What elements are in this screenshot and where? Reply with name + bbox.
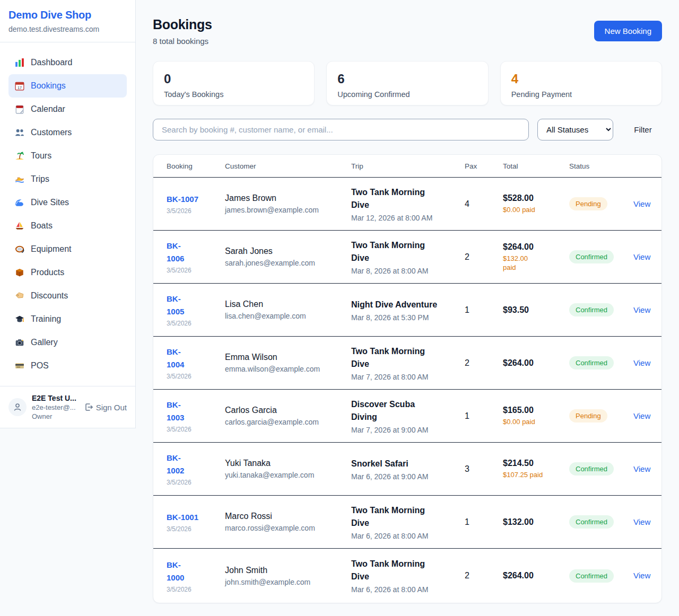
column-header-customer: Customer — [225, 162, 351, 170]
page-header: Bookings 8 total bookings New Booking — [153, 17, 662, 46]
table-header-row: Booking Customer Trip Pax Total Status — [153, 155, 661, 178]
sidebar-item-products[interactable]: Products — [8, 261, 127, 284]
actions-cell: View — [633, 517, 661, 527]
page-title-block: Bookings 8 total bookings — [153, 17, 212, 46]
view-link[interactable]: View — [633, 252, 650, 261]
sidebar-item-label: Bookings — [31, 81, 66, 91]
sidebar-item-label: Calendar — [31, 104, 65, 114]
sidebar-item-discounts[interactable]: Discounts — [8, 284, 127, 307]
trip-datetime: Mar 8, 2026 at 8:00 AM — [351, 267, 465, 275]
tag-icon — [15, 291, 24, 301]
pax-value: 1 — [465, 517, 503, 527]
status-badge: Confirmed — [569, 515, 614, 529]
view-link[interactable]: View — [633, 358, 650, 367]
sidebar-item-calendar[interactable]: Calendar — [8, 98, 127, 121]
total-cell: $132.00 — [503, 517, 569, 527]
sidebar-item-dashboard[interactable]: Dashboard — [8, 51, 127, 74]
sidebar-item-label: Discounts — [31, 291, 68, 301]
filter-button[interactable]: Filter — [624, 125, 662, 134]
main-content: Bookings 8 total bookings New Booking 0 … — [136, 0, 679, 603]
speedboat-icon — [15, 174, 24, 184]
sidebar-item-label: Equipment — [31, 244, 72, 254]
booking-id-link[interactable]: BK- 1006 — [167, 240, 225, 265]
booking-id-link[interactable]: BK- 1004 — [167, 346, 225, 371]
customer-cell: Sarah Jones sarah.jones@example.com — [225, 247, 351, 267]
view-link[interactable]: View — [633, 199, 650, 208]
booking-id-link[interactable]: BK-1001 — [167, 511, 225, 524]
trip-cell: Two Tank Morning Dive Mar 6, 2026 at 8:0… — [351, 504, 465, 540]
status-cell: Pending — [569, 409, 633, 423]
person-icon — [13, 402, 22, 412]
customer-cell: Yuki Tanaka yuki.tanaka@example.com — [225, 459, 351, 479]
island-icon — [15, 151, 24, 161]
sidebar-footer: E2E Test U... e2e-tester@... Owner Sign … — [0, 386, 135, 428]
sidebar-item-label: Products — [31, 268, 64, 277]
sidebar-nav: Dashboard 17 Bookings Calendar Customers… — [0, 42, 135, 386]
total-cell: $264.00 — [503, 358, 569, 368]
column-header-status: Status — [569, 162, 633, 170]
view-link[interactable]: View — [633, 517, 650, 526]
sidebar-item-gallery[interactable]: Gallery — [8, 331, 127, 354]
sidebar-item-pos[interactable]: POS — [8, 354, 127, 377]
booking-id-link[interactable]: BK- 1002 — [167, 452, 225, 477]
customer-name: Lisa Chen — [225, 300, 351, 309]
table-row: BK- 1003 3/5/2026 Carlos Garcia carlos.g… — [153, 390, 661, 443]
user-info: E2E Test U... e2e-tester@... Owner — [32, 394, 79, 420]
graduation-cap-icon — [15, 314, 24, 324]
stat-label: Upcoming Confirmed — [337, 90, 477, 99]
trip-name: Night Dive Adventure — [351, 298, 465, 311]
sidebar-item-equipment[interactable]: Equipment — [8, 237, 127, 261]
booking-date: 3/5/2026 — [167, 586, 225, 593]
trip-name: Two Tank Morning Dive — [351, 345, 465, 371]
customer-email: yuki.tanaka@example.com — [225, 471, 351, 479]
new-booking-button[interactable]: New Booking — [594, 21, 662, 41]
status-filter-select[interactable]: All Statuses — [537, 119, 613, 140]
pax-value: 2 — [465, 358, 503, 368]
total-amount: $264.00 — [503, 358, 569, 368]
package-icon — [15, 268, 24, 277]
sidebar-item-trips[interactable]: Trips — [8, 168, 127, 191]
view-link[interactable]: View — [633, 464, 650, 473]
booking-cell: BK- 1003 3/5/2026 — [153, 399, 225, 433]
column-header-booking: Booking — [153, 162, 225, 170]
trip-cell: Snorkel Safari Mar 6, 2026 at 9:00 AM — [351, 457, 465, 481]
trip-datetime: Mar 8, 2026 at 5:30 PM — [351, 313, 465, 322]
booking-id-link[interactable]: BK-1007 — [167, 193, 225, 206]
trip-cell: Two Tank Morning Dive Mar 12, 2026 at 8:… — [351, 186, 465, 222]
customer-cell: James Brown james.brown@example.com — [225, 193, 351, 214]
view-link[interactable]: View — [633, 411, 650, 420]
sidebar-item-bookings[interactable]: 17 Bookings — [8, 74, 127, 98]
booking-date: 3/5/2026 — [167, 525, 225, 533]
search-input[interactable] — [153, 119, 529, 140]
trip-cell: Night Dive Adventure Mar 8, 2026 at 5:30… — [351, 298, 465, 322]
trip-cell: Two Tank Morning Dive Mar 7, 2026 at 8:0… — [351, 345, 465, 381]
booking-id-link[interactable]: BK- 1000 — [167, 559, 225, 584]
pax-value: 2 — [465, 571, 503, 580]
customer-email: lisa.chen@example.com — [225, 312, 351, 320]
customer-cell: John Smith john.smith@example.com — [225, 566, 351, 586]
pax-value: 1 — [465, 411, 503, 421]
stat-value: 6 — [337, 72, 477, 86]
booking-id-link[interactable]: BK- 1003 — [167, 399, 225, 424]
tear-calendar-icon — [15, 104, 24, 114]
sidebar-item-boats[interactable]: Boats — [8, 214, 127, 237]
sidebar-item-label: Boats — [31, 221, 53, 231]
page-title: Bookings — [153, 17, 212, 32]
booking-id-link[interactable]: BK- 1005 — [167, 293, 225, 318]
customer-name: Yuki Tanaka — [225, 459, 351, 468]
sign-out-button[interactable]: Sign Out — [84, 403, 127, 412]
sidebar-item-training[interactable]: Training — [8, 307, 127, 331]
total-cell: $93.50 — [503, 305, 569, 315]
sidebar-item-customers[interactable]: Customers — [8, 121, 127, 144]
customer-email: emma.wilson@example.com — [225, 365, 351, 373]
view-link[interactable]: View — [633, 305, 650, 314]
customer-name: James Brown — [225, 193, 351, 203]
view-link[interactable]: View — [633, 571, 650, 580]
sidebar-item-dive-sites[interactable]: Dive Sites — [8, 191, 127, 214]
stat-card: 4 Pending Payment — [500, 61, 662, 105]
total-amount: $214.50 — [503, 459, 569, 468]
stat-value: 0 — [164, 72, 303, 86]
sidebar-item-tours[interactable]: Tours — [8, 144, 127, 168]
status-badge: Confirmed — [569, 250, 614, 263]
dive-mask-icon — [15, 244, 24, 254]
